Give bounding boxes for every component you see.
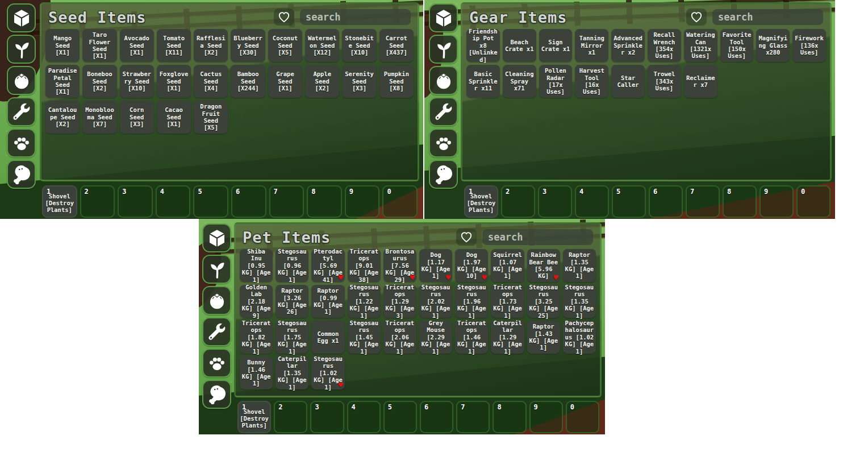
hotbar-slot-7[interactable]: 7 xyxy=(269,185,304,218)
item-tile[interactable]: Cactus Seed [X4] xyxy=(194,65,228,98)
item-tile[interactable]: Strawberry Seed [X10] xyxy=(120,65,154,98)
item-tile[interactable]: Brontosaurus [7.56 KG] [Age 29]♥ xyxy=(383,249,416,282)
item-tile[interactable]: Pumpkin Seed [X8] xyxy=(379,65,414,98)
item-tile[interactable]: Watermelon Seed [X12] xyxy=(305,29,339,62)
hotbar-slot-0[interactable]: 0 xyxy=(382,185,418,218)
item-tile[interactable]: Stegosaurus [1.45 KG] [Age 1] xyxy=(348,321,381,354)
item-tile[interactable]: Harvest Tool [16x Uses] xyxy=(575,65,608,98)
crops-tab-icon[interactable] xyxy=(429,66,458,95)
item-tile[interactable]: Rainbow Bear Bee [5.96 KG]♥ xyxy=(527,249,560,282)
item-tile[interactable]: Raptor [0.99 KG] [Age 1] xyxy=(311,285,344,318)
item-tile[interactable]: Stegosaurus [1.96 KG] [Age 1] xyxy=(455,285,488,318)
item-tile[interactable]: Firework [136x Uses] xyxy=(792,29,826,62)
item-tile[interactable]: Tomato Seed [X11] xyxy=(157,29,191,62)
gear-tab-icon[interactable] xyxy=(202,317,231,346)
item-tile[interactable]: Apple Seed [X2] xyxy=(305,65,339,98)
hotbar-slot-2[interactable]: 2 xyxy=(501,185,535,218)
item-tile[interactable]: Star Caller xyxy=(611,65,645,98)
hotbar-slot-3[interactable]: 3 xyxy=(310,401,344,433)
item-tile[interactable]: Bamboo Seed [X244] xyxy=(231,65,265,98)
item-tile[interactable]: Grape Seed [X1] xyxy=(268,65,302,98)
item-tile[interactable]: Mango Seed [X1] xyxy=(45,29,80,62)
item-tile[interactable]: Dog [1.17 KG] [Age 1]♥ xyxy=(419,249,452,282)
item-tile[interactable]: Caterpillar [1.29 KG] [Age 1] xyxy=(491,321,524,354)
hotbar-slot-8[interactable]: 8 xyxy=(723,185,757,218)
item-tile[interactable]: Cleaning Spray x71 xyxy=(503,65,536,98)
gear-tab-icon[interactable] xyxy=(429,97,458,126)
pets-tab-icon[interactable] xyxy=(429,128,458,157)
food-tab-icon[interactable] xyxy=(429,160,458,189)
heart-outline-icon[interactable] xyxy=(686,9,707,26)
item-tile[interactable]: Sign Crate x1 xyxy=(539,29,573,62)
item-tile[interactable]: Triceratops [1.29 KG] [Age 3] xyxy=(383,285,416,318)
item-tile[interactable]: Favorite Tool [150x Uses] xyxy=(720,29,754,62)
item-tile[interactable]: Beach Crate x1 xyxy=(503,29,536,62)
item-tile[interactable]: Carrot Seed [X437] xyxy=(379,29,414,62)
item-tile[interactable]: Dog [1.97 KG] [Age 10]♥ xyxy=(455,249,488,282)
heart-outline-icon[interactable] xyxy=(456,229,477,246)
item-tile[interactable]: Cacao Seed [X1] xyxy=(157,101,191,134)
hotbar-slot-7[interactable]: 7 xyxy=(456,401,490,433)
item-tile[interactable]: Golden Lab [2.18 KG] [Age 9] xyxy=(240,285,273,318)
search-input[interactable] xyxy=(300,9,411,25)
hotbar-slot-5[interactable]: 5 xyxy=(193,185,228,218)
item-tile[interactable]: Triceratops [1.73 KG] [Age 1] xyxy=(491,285,524,318)
item-tile[interactable]: Advanced Sprinkler x2 xyxy=(611,29,645,62)
item-tile[interactable]: Squirrel [1.07 KG] [Age 1] xyxy=(491,249,524,282)
hotbar-slot-9[interactable]: 9 xyxy=(760,185,794,218)
item-tile[interactable]: Cantaloupe Seed [X2] xyxy=(45,101,80,134)
item-tile[interactable]: Stonebite Seed [X10] xyxy=(342,29,376,62)
item-tile[interactable]: Pollen Radar [17x Uses] xyxy=(539,65,573,98)
item-tile[interactable]: Raptor [1.35 KG] [Age 1] xyxy=(563,249,596,282)
hotbar-slot-2[interactable]: 2 xyxy=(274,401,307,433)
item-tile[interactable]: Tanning Mirror x1 xyxy=(575,29,608,62)
crops-tab-icon[interactable] xyxy=(7,66,36,95)
item-tile[interactable]: Stegosaurus [3.25 KG] [Age 25] xyxy=(527,285,560,318)
hotbar-slot-4[interactable]: 4 xyxy=(575,185,609,218)
item-tile[interactable]: Stegosaurus [1.75 KG] [Age 1] xyxy=(276,321,308,354)
item-tile[interactable]: Triceratops [1.46 KG] [Age 1] xyxy=(455,321,488,354)
hotbar-slot-6[interactable]: 6 xyxy=(231,185,266,218)
item-tile[interactable]: Avocado Seed [X1] xyxy=(120,29,154,62)
item-tile[interactable]: Shiba Inu [0.95 KG] [Age 1] xyxy=(240,249,273,282)
hotbar-slot-1[interactable]: 1Shovel [Destroy Plants] xyxy=(237,401,271,433)
item-tile[interactable]: Friendship Pot x8 [Unlinked] xyxy=(466,29,500,62)
hotbar-slot-0[interactable]: 0 xyxy=(796,185,831,218)
item-tile[interactable]: Raptor [1.43 KG] [Age 1] xyxy=(527,321,560,354)
item-tile[interactable]: Trowel [343x Uses] xyxy=(648,65,681,98)
hotbar-slot-6[interactable]: 6 xyxy=(420,401,453,433)
hotbar-slot-1[interactable]: 1Shovel [Destroy Plants] xyxy=(42,185,77,218)
item-tile[interactable]: Magnifying Glass x280 xyxy=(756,29,790,62)
item-tile[interactable]: Watering Can [1321x Uses] xyxy=(684,29,717,62)
inventory-cube-icon[interactable] xyxy=(7,3,36,32)
item-tile[interactable]: Stegosaurus [1.35 KG] [Age 1] xyxy=(563,285,596,318)
hotbar-slot-3[interactable]: 3 xyxy=(538,185,572,218)
item-tile[interactable]: Pachycephalosaurus [1.02 KG] [Age 1] xyxy=(563,321,596,354)
item-tile[interactable]: Triceratops [2.06 KG] [Age 1] xyxy=(383,321,416,354)
item-tile[interactable]: Boneboo Seed [X2] xyxy=(82,65,116,98)
item-tile[interactable]: Stegosaurus [2.02 KG] [Age 1] xyxy=(419,285,452,318)
item-tile[interactable]: Recall Wrench [354x Uses] xyxy=(648,29,681,62)
item-tile[interactable]: Reclaimer x7 xyxy=(684,65,717,98)
hotbar-slot-3[interactable]: 3 xyxy=(118,185,153,218)
hotbar-slot-4[interactable]: 4 xyxy=(156,185,191,218)
seeds-tab-icon[interactable] xyxy=(7,35,36,64)
item-tile[interactable]: Stegosaurus [0.96 KG] [Age 1] xyxy=(276,249,308,282)
item-tile[interactable]: Pterodactyl [5.69 KG] [Age 41]♥ xyxy=(311,249,344,282)
inventory-cube-icon[interactable] xyxy=(202,223,231,252)
food-tab-icon[interactable] xyxy=(202,380,231,409)
item-tile[interactable]: Raptor [3.26 KG] [Age 26] xyxy=(276,285,308,318)
hotbar-slot-8[interactable]: 8 xyxy=(307,185,342,218)
hotbar-slot-9[interactable]: 9 xyxy=(529,401,563,433)
seeds-tab-icon[interactable] xyxy=(202,255,231,284)
search-input[interactable] xyxy=(482,229,593,245)
hotbar-slot-9[interactable]: 9 xyxy=(345,185,380,218)
item-tile[interactable]: Basic Sprinkler x11 xyxy=(466,65,500,98)
pets-tab-icon[interactable] xyxy=(202,349,231,378)
item-tile[interactable]: Paradise Petal Seed [X1] xyxy=(45,65,80,98)
hotbar-slot-5[interactable]: 5 xyxy=(383,401,417,433)
pets-tab-icon[interactable] xyxy=(7,128,36,157)
inventory-cube-icon[interactable] xyxy=(429,3,458,32)
item-tile[interactable]: Common Egg x1 xyxy=(311,321,344,354)
heart-outline-icon[interactable] xyxy=(274,9,294,26)
